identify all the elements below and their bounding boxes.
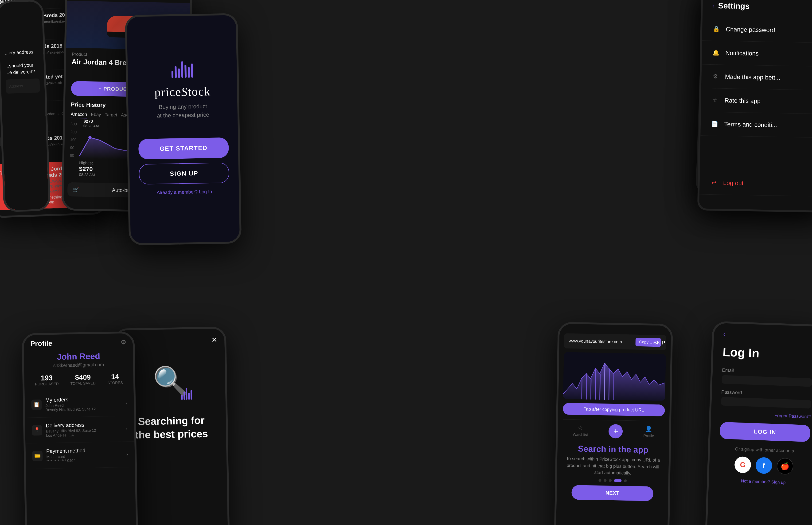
settings-icon[interactable]: ⚙	[121, 339, 126, 346]
login-content: ‹ Log In Email Password Forgot Password?…	[707, 323, 812, 525]
delivery-placeholder: Address...	[9, 84, 26, 89]
my-orders-title: My orders	[45, 396, 122, 403]
profile-stats: 193 PURCHASED $409 TOTAL SAVED 14 STORES	[24, 373, 134, 392]
payment-method-info: Payment method Mastercard**** **** **** …	[46, 447, 123, 463]
dot-4	[614, 479, 622, 482]
dot-2	[603, 479, 607, 482]
profile-header: Profile ⚙	[24, 333, 133, 350]
dot-1	[598, 479, 601, 481]
social-buttons: G f 🍎	[719, 456, 809, 475]
app-logo: priceStock	[154, 84, 211, 99]
skip-button[interactable]: SKIP	[653, 340, 665, 346]
delivery-address-title: Delivery address	[46, 421, 122, 429]
payment-method-title: Payment method	[46, 447, 123, 454]
url-text: www.yourfavouritestore.com	[569, 339, 622, 344]
settings-title: Settings	[718, 1, 750, 11]
card-icon: 💳	[32, 451, 43, 461]
stores-label: STORES	[107, 381, 123, 385]
my-orders-menu-item[interactable]: 📋 My orders John ReedBeverly Hills Blvd …	[25, 390, 134, 418]
bell-icon: 🔔	[711, 48, 721, 58]
bar	[188, 67, 190, 77]
stores-stat: 14 STORES	[107, 373, 123, 385]
decorative-bars	[171, 59, 193, 78]
delivery-input[interactable]: Address...	[6, 78, 40, 94]
get-started-button[interactable]: GET STARTED	[138, 137, 229, 160]
apple-login-button[interactable]: 🍎	[777, 458, 794, 475]
bar	[174, 66, 177, 78]
phone-login-screen: ‹ Log In Email Password Forgot Password?…	[707, 323, 812, 525]
profile-content: Profile ⚙ John Reed sn3kerhaed@gmail.com…	[24, 333, 136, 525]
chevron-right-icon: ›	[126, 425, 128, 432]
phone-intro-screen: priceStock Buying any product at the che…	[127, 15, 240, 243]
logout-icon: ↩	[709, 178, 719, 188]
bar	[188, 393, 190, 400]
settings-logout[interactable]: ↩ Log out	[700, 170, 812, 196]
email-input[interactable]	[722, 375, 812, 387]
wrench-icon: ⚙	[711, 72, 720, 81]
total-saved-label: TOTAL SAVED	[71, 381, 96, 386]
highest-label: Highest	[79, 161, 93, 165]
settings-rate-app[interactable]: ☆ Rate this app	[701, 88, 812, 114]
sign-up-link[interactable]: Sign up	[771, 480, 786, 485]
profile-title: Profile	[30, 339, 52, 348]
store-tab-ebay[interactable]: Ebay	[91, 111, 101, 119]
search-icon-area: 🔍	[147, 357, 194, 405]
payment-method-menu-item[interactable]: 💳 Payment method Mastercard**** **** ***…	[25, 441, 135, 469]
bar	[178, 69, 180, 78]
settings-terms[interactable]: 📄 Terms and conditi...	[700, 112, 812, 138]
store-tab-target[interactable]: Target	[105, 111, 117, 119]
back-icon[interactable]: ‹	[712, 2, 715, 10]
highest-price-time: 08:23 AM	[79, 172, 95, 177]
pagination-dots	[562, 478, 663, 483]
add-button[interactable]: +	[609, 424, 623, 438]
settings-item-label: Notifications	[725, 49, 812, 58]
intro-content: priceStock Buying any product at the che…	[127, 15, 240, 243]
password-input[interactable]	[721, 397, 811, 408]
next-button[interactable]: NEXT	[571, 485, 653, 501]
close-icon[interactable]: ✕	[212, 336, 218, 344]
google-login-button[interactable]: G	[734, 456, 751, 473]
nav-profile[interactable]: 👤 Profile	[643, 425, 654, 438]
app-tagline: Buying any product at the cheapest price	[157, 102, 209, 120]
payment-method-sub: Mastercard**** **** **** 9494	[46, 453, 123, 463]
delivery-question: ...ery address...should your...e deliver…	[5, 48, 40, 76]
stores-value: 14	[107, 373, 123, 381]
settings-item-label: Rate this app	[724, 96, 812, 106]
settings-made-app-better[interactable]: ⚙ Made this app bett...	[701, 64, 812, 90]
facebook-login-button[interactable]: f	[755, 457, 772, 474]
url-bar: www.yourfavouritestore.com Copy URL	[564, 333, 666, 350]
my-orders-info: My orders John ReedBeverly Hills Blvd 92…	[45, 396, 122, 412]
delivery-address-sub: Beverly Hills Blvd 92, Suite 12Los Angel…	[46, 428, 122, 438]
bar	[181, 395, 183, 400]
forgot-password-link[interactable]: Forgot Password?	[720, 411, 811, 419]
total-saved-stat: $409 TOTAL SAVED	[70, 373, 96, 386]
email-label: Email	[722, 367, 812, 376]
or-signup-text: Or signup with other accounts	[719, 446, 810, 454]
sign-up-button[interactable]: SIGN UP	[139, 163, 229, 185]
login-button[interactable]: LOG IN	[720, 422, 810, 442]
bar	[191, 63, 193, 77]
store-tab-amazon[interactable]: Amazon	[71, 111, 87, 118]
back-icon[interactable]: ‹	[723, 330, 812, 341]
search-in-app-title: Search in the app	[562, 444, 664, 455]
settings-notifications[interactable]: 🔔 Notifications	[702, 41, 812, 66]
delivery-address-menu-item[interactable]: 📍 Delivery address Beverly Hills Blvd 92…	[25, 416, 134, 444]
my-orders-sub: John ReedBeverly Hills Blvd 92, Suite 12	[45, 402, 122, 412]
settings-change-password[interactable]: 🔒 Change password	[702, 17, 812, 43]
profile-icon: 👤	[645, 425, 652, 432]
star-icon: ☆	[710, 95, 720, 105]
orders-icon: 📋	[31, 400, 42, 410]
dot-5	[624, 479, 627, 482]
already-member-text: Already a member? Log In	[157, 189, 212, 195]
bottom-navigation: ☆ Watchlist + 👤 Profile	[562, 419, 665, 443]
log-in-link[interactable]: Log In	[199, 189, 212, 194]
location-icon: 📍	[32, 425, 42, 436]
document-icon: 📄	[710, 119, 720, 129]
settings-panel: ‹ Settings 🔒 Change password 🔔 Notificat…	[698, 0, 812, 213]
delivery-content: ...ery address...should your...e deliver…	[0, 1, 49, 210]
dot-3	[609, 479, 612, 482]
chevron-right-icon: ›	[125, 400, 127, 406]
nav-watchlist[interactable]: ☆ Watchlist	[573, 424, 588, 437]
search-app-content: SKIP www.yourfavouritestore.com Copy URL	[556, 324, 671, 525]
searching-title: Searching for the best prices	[135, 414, 208, 441]
